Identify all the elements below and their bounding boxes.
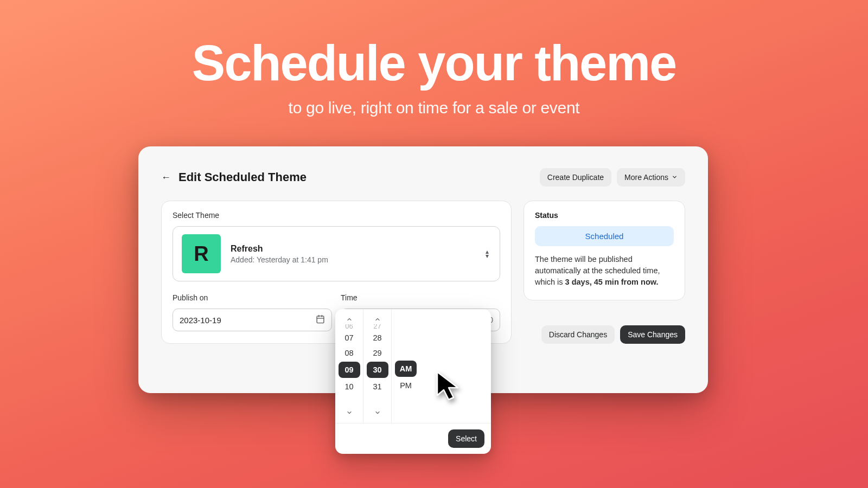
hours-up-icon[interactable] [346,314,353,324]
hour-option[interactable]: 08 [339,345,360,361]
more-actions-button[interactable]: More Actions [617,168,685,187]
select-label: Select [456,434,477,443]
minute-option-selected[interactable]: 30 [367,362,388,378]
panel-header: ← Edit Scheduled Theme Create Duplicate … [161,168,685,187]
page-title: Edit Scheduled Theme [178,170,307,184]
cursor-icon [435,370,467,406]
theme-added: Added: Yesterday at 1:41 pm [231,255,491,264]
chevron-down-icon [672,173,678,182]
create-duplicate-label: Create Duplicate [547,173,604,182]
hero-subtitle: to go live, right on time for a sale or … [0,99,868,117]
minute-option[interactable]: 29 [367,345,388,361]
theme-thumbnail: R [182,234,221,273]
time-picker-popover: 06 07 08 09 10 27 28 29 30 31 [335,309,491,454]
back-arrow-icon[interactable]: ← [161,172,171,183]
hero: Schedule your theme to go live, right on… [0,38,868,117]
status-label: Status [535,211,674,220]
theme-thumb-letter: R [194,242,208,266]
hours-down-icon[interactable] [346,408,353,418]
save-changes-button[interactable]: Save Changes [620,325,685,344]
hour-option[interactable]: 07 [339,330,360,345]
time-picker-select-button[interactable]: Select [448,429,484,448]
publish-date-value: 2023-10-19 [180,316,221,325]
minutes-up-icon[interactable] [374,314,381,324]
svg-rect-0 [317,316,324,323]
discard-label: Discard Changes [549,330,607,339]
publish-on-label: Publish on [173,293,332,302]
status-text-bold: 3 days, 45 min from now. [565,278,659,286]
time-picker-ampm[interactable]: AM PM [392,309,420,423]
footer-actions: Discard Changes Save Changes [541,325,685,344]
create-duplicate-button[interactable]: Create Duplicate [540,168,611,187]
calendar-icon [316,314,325,325]
status-badge-text: Scheduled [585,232,624,241]
hour-option[interactable]: 06 [339,324,360,330]
discard-changes-button[interactable]: Discard Changes [541,325,615,344]
sort-icon: ▴▾ [486,249,489,258]
save-label: Save Changes [628,330,678,339]
hour-option-selected[interactable]: 09 [339,362,360,378]
minute-option[interactable]: 28 [367,330,388,345]
hour-option[interactable]: 10 [339,379,360,394]
status-card: Status Scheduled The theme will be publi… [524,201,685,300]
time-label: Time [341,293,500,302]
theme-name: Refresh [231,244,491,254]
ampm-option[interactable]: PM [395,378,417,393]
hero-title: Schedule your theme [0,38,868,88]
minute-option[interactable]: 27 [367,324,388,330]
time-picker-minutes[interactable]: 27 28 29 30 31 [363,309,392,423]
minute-option[interactable]: 31 [367,379,388,394]
select-theme-label: Select Theme [173,211,500,220]
minutes-down-icon[interactable] [374,408,381,418]
time-picker-hours[interactable]: 06 07 08 09 10 [335,309,363,423]
status-badge: Scheduled [535,226,674,246]
theme-selector[interactable]: R Refresh Added: Yesterday at 1:41 pm ▴▾ [173,226,500,281]
status-description: The theme will be published automaticall… [535,254,674,288]
more-actions-label: More Actions [624,173,668,182]
publish-date-input[interactable]: 2023-10-19 [173,309,332,331]
ampm-option-selected[interactable]: AM [395,361,417,377]
